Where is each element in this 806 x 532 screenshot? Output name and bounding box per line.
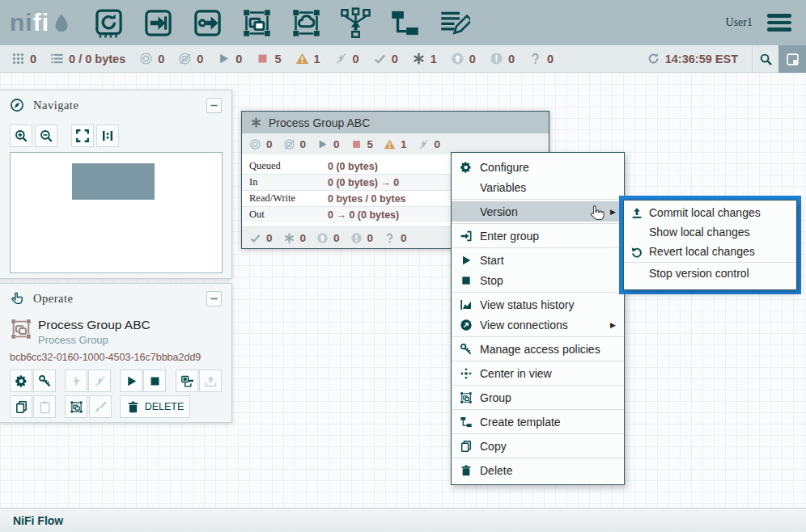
stat-stale: 0 xyxy=(451,52,476,65)
global-menu-button[interactable] xyxy=(764,11,795,35)
process-group-component-icon[interactable] xyxy=(241,7,273,39)
submenu-item-revert-local-changes[interactable]: Revert local changes xyxy=(624,242,796,261)
selected-component-type: Process Group xyxy=(38,334,108,346)
menu-item-view-status-history[interactable]: View status history xyxy=(452,294,624,315)
submenu-arrow-icon: ▶ xyxy=(610,208,616,216)
remote-process-group-component-icon[interactable] xyxy=(291,7,322,39)
submenu-arrow-icon: ▶ xyxy=(610,321,616,329)
change-color-button[interactable] xyxy=(89,395,112,418)
selected-component-name: Process Group ABC xyxy=(38,318,151,332)
navigate-collapse-button[interactable] xyxy=(206,98,222,113)
logo-text-ni: ni xyxy=(10,11,33,35)
delete-button[interactable]: DELETE xyxy=(120,395,190,418)
component-toolbar xyxy=(93,7,470,39)
menu-item-view-connections[interactable]: View connections▶ xyxy=(452,315,624,335)
create-template-button[interactable] xyxy=(176,369,198,392)
gear-icon xyxy=(460,161,473,174)
breadcrumb[interactable]: NiFi Flow xyxy=(13,514,63,527)
enter-group-icon xyxy=(460,230,473,243)
minimap-viewport[interactable] xyxy=(72,163,155,200)
locally-modified-icon xyxy=(250,116,262,129)
pg-stat-not-transmitting: 0 xyxy=(283,138,307,150)
menu-item-variables[interactable]: Variables xyxy=(452,177,624,197)
birdseye-toggle-button[interactable] xyxy=(778,45,806,73)
input-port-component-icon[interactable] xyxy=(142,7,174,39)
navigate-header: Navigate xyxy=(0,91,231,120)
upload-template-button[interactable] xyxy=(199,369,222,392)
process-group-header: Process Group ABC xyxy=(242,112,549,133)
stat-locally-modified: 1 xyxy=(412,52,437,65)
menu-item-stop[interactable]: Stop xyxy=(452,270,624,290)
pg-stat-running: 0 xyxy=(316,138,340,150)
menu-item-manage-access-policies[interactable]: Manage access policies xyxy=(452,339,624,359)
selected-process-group-icon xyxy=(10,316,32,342)
nifi-logo: nifi xyxy=(10,11,72,35)
current-user: User1 xyxy=(726,16,753,29)
configure-button[interactable] xyxy=(10,369,32,392)
access-policies-button[interactable] xyxy=(33,369,56,392)
zoom-in-button[interactable] xyxy=(10,125,32,147)
submenu-item-stop-version-control[interactable]: Stop version control xyxy=(624,264,796,283)
top-toolbar: nifi User1 xyxy=(0,0,806,45)
menu-item-copy[interactable]: Copy xyxy=(452,436,624,456)
flow-status-bar: 0 0 / 0 bytes 0 0 0 5 1 0 0 1 0 0 0 14:3… xyxy=(0,45,806,73)
navigate-toolbar xyxy=(0,125,231,147)
funnel-component-icon[interactable] xyxy=(340,7,371,39)
submenu-item-show-local-changes[interactable]: Show local changes xyxy=(624,222,796,242)
menu-item-center-in-view[interactable]: Center in view xyxy=(452,363,624,383)
compass-icon xyxy=(10,98,24,112)
search-button[interactable] xyxy=(752,45,778,73)
stat-not-transmitting: 0 xyxy=(178,52,203,65)
refresh-status[interactable]: 14:36:59 EST xyxy=(647,52,738,65)
group-button[interactable] xyxy=(65,395,87,418)
label-component-icon[interactable] xyxy=(439,7,470,39)
menu-item-start[interactable]: Start xyxy=(452,250,624,270)
stat-locally-modified-stale: 0 xyxy=(490,52,515,65)
processor-component-icon[interactable] xyxy=(93,7,125,39)
pg-stat-invalid: 1 xyxy=(384,138,407,150)
pg-stat-locally-modified: 0 xyxy=(283,232,307,244)
zoom-actual-size-button[interactable] xyxy=(96,125,119,147)
template-icon xyxy=(460,416,473,429)
submenu-item-commit-local-changes[interactable]: Commit local changes xyxy=(624,203,796,222)
pg-stat-disabled: 0 xyxy=(418,138,441,150)
operate-collapse-button[interactable] xyxy=(206,291,222,306)
pg-stat-stopped: 5 xyxy=(350,138,374,150)
copy-button[interactable] xyxy=(10,395,32,418)
birdseye-minimap[interactable] xyxy=(10,152,223,273)
navigate-title: Navigate xyxy=(33,99,78,112)
nifi-app: nifi User1 0 0 / 0 bytes 0 0 0 5 1 0 0 1… xyxy=(0,0,806,532)
start-button[interactable] xyxy=(120,369,142,392)
last-refresh-time: 14:36:59 EST xyxy=(665,53,738,65)
process-group-name: Process Group ABC xyxy=(269,116,370,129)
navigate-panel: Navigate xyxy=(0,90,232,279)
enable-button[interactable] xyxy=(65,369,87,392)
menu-item-enter-group[interactable]: Enter group xyxy=(452,226,624,246)
copy-icon xyxy=(460,440,473,453)
menu-item-group[interactable]: Group xyxy=(452,387,624,407)
menu-item-create-template[interactable]: Create template xyxy=(452,412,624,432)
menu-item-configure[interactable]: Configure xyxy=(452,157,624,177)
template-component-icon[interactable] xyxy=(389,7,421,39)
zoom-fit-button[interactable] xyxy=(71,125,94,147)
output-port-component-icon[interactable] xyxy=(192,7,223,39)
operate-header: Operate xyxy=(0,284,231,313)
menu-item-version[interactable]: Version▶ xyxy=(452,201,624,222)
zoom-out-button[interactable] xyxy=(35,125,57,147)
pg-stat-locally-modified-stale: 0 xyxy=(350,232,374,244)
selected-component-id: bcb6cc32-0160-1000-4503-16c7bbba2dd9 xyxy=(10,352,201,363)
stat-sync-failure: 0 xyxy=(528,52,554,65)
stat-transmitting: 0 xyxy=(139,52,164,65)
menu-item-delete[interactable]: Delete xyxy=(452,460,624,480)
version-submenu: Commit local changes Show local changes … xyxy=(623,200,797,290)
disable-button[interactable] xyxy=(88,369,111,392)
logo-text-fi: fi xyxy=(33,11,49,35)
connections-icon xyxy=(460,319,473,331)
paste-button[interactable] xyxy=(33,395,56,418)
hand-icon xyxy=(10,291,24,306)
flow-canvas[interactable]: Process Group ABC 0 0 0 5 1 0 Queued0 (0… xyxy=(0,73,806,508)
pg-stat-transmitting: 0 xyxy=(249,138,273,150)
trash-icon xyxy=(460,464,473,477)
stop-button[interactable] xyxy=(143,369,166,392)
pg-stat-stale: 0 xyxy=(316,232,340,244)
